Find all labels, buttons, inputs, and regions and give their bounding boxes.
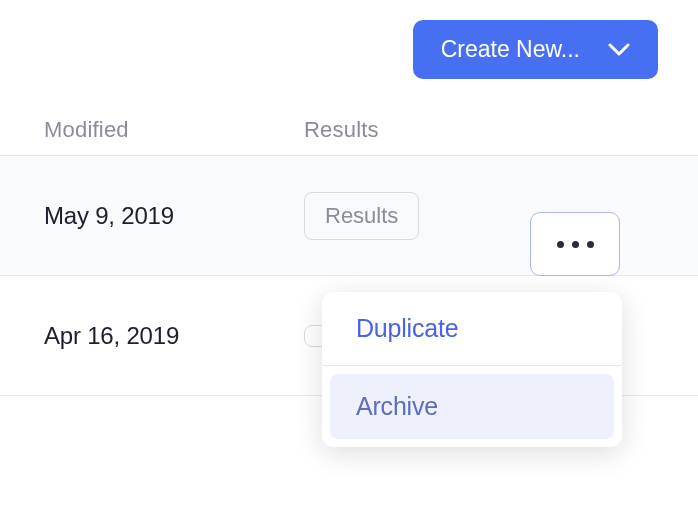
cell-modified: Apr 16, 2019 <box>44 322 304 350</box>
results-button[interactable]: Results <box>304 192 419 240</box>
chevron-down-icon <box>608 43 630 57</box>
create-new-label: Create New... <box>441 36 580 63</box>
dot-icon <box>587 241 594 248</box>
more-options-dropdown: Duplicate Archive <box>322 292 622 447</box>
table-header: Modified Results <box>0 99 698 156</box>
column-header-results: Results <box>304 117 698 143</box>
header-area: Create New... <box>0 0 698 99</box>
column-header-modified: Modified <box>44 117 304 143</box>
dot-icon <box>557 241 564 248</box>
create-new-button[interactable]: Create New... <box>413 20 658 79</box>
more-options-button[interactable] <box>530 212 620 276</box>
dropdown-item-duplicate[interactable]: Duplicate <box>322 292 622 365</box>
dot-icon <box>572 241 579 248</box>
cell-modified: May 9, 2019 <box>44 202 304 230</box>
cell-results: Results <box>304 192 698 240</box>
dropdown-item-archive[interactable]: Archive <box>330 374 614 439</box>
dropdown-divider <box>322 365 622 366</box>
